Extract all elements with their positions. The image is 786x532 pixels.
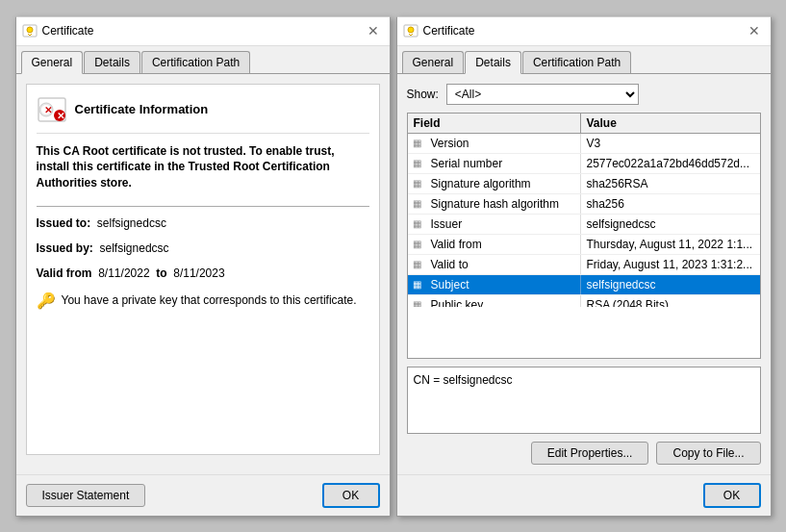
- row-field: Signature hash algorithm: [427, 194, 581, 214]
- row-field: Serial number: [427, 154, 581, 173]
- row-value: Friday, August 11, 2023 1:31:2...: [581, 255, 760, 274]
- valid-label: Valid from: [37, 266, 92, 280]
- value-box-text: CN = selfsignedcsc: [414, 373, 513, 387]
- row-icon: ▦: [408, 174, 427, 193]
- right-title-bar: Certificate ✕: [397, 17, 771, 46]
- table-row[interactable]: ▦ Signature algorithm sha256RSA: [408, 174, 760, 194]
- cert-info-box: ✕ ✕ Certificate Information This CA Root…: [26, 84, 380, 455]
- row-field: Version: [427, 134, 581, 153]
- show-label: Show:: [407, 88, 439, 101]
- left-title-bar-left: Certificate: [22, 23, 94, 38]
- left-tab-certification-path[interactable]: Certification Path: [141, 51, 250, 73]
- cert-header: ✕ ✕ Certificate Information: [37, 94, 369, 134]
- issuer-statement-button[interactable]: Issuer Statement: [26, 484, 146, 507]
- table-row[interactable]: ▦ Issuer selfsignedcsc: [408, 215, 760, 235]
- svg-text:✕: ✕: [44, 105, 52, 115]
- cert-key-text: You have a private key that corresponds …: [62, 293, 357, 307]
- left-tab-details[interactable]: Details: [84, 51, 140, 73]
- right-tab-details[interactable]: Details: [465, 51, 521, 74]
- show-row: Show: <All>: [407, 84, 761, 105]
- row-field: Issuer: [427, 215, 581, 234]
- svg-point-9: [408, 27, 414, 33]
- right-window-content: Show: <All> Field Value ▦ Version V3 ▦ S…: [397, 74, 771, 474]
- table-row[interactable]: ▦ Serial number 2577ec022a1a72bd46dd572d…: [408, 154, 760, 174]
- valid-from-value: 8/11/2022: [98, 266, 149, 280]
- cert-key-info: 🔑 You have a private key that correspond…: [37, 291, 369, 310]
- cert-info-title: Certificate Information: [75, 102, 209, 116]
- row-icon: ▦: [408, 215, 427, 234]
- left-tab-general[interactable]: General: [21, 51, 84, 74]
- key-icon: 🔑: [37, 291, 56, 310]
- cert-warning-text: This CA Root certificate is not trusted.…: [37, 143, 369, 191]
- table-row[interactable]: ▦ Valid to Friday, August 11, 2023 1:31:…: [408, 255, 760, 275]
- row-field: Subject: [427, 275, 581, 294]
- table-row[interactable]: ▦ Version V3: [408, 134, 760, 154]
- row-value: selfsignedcsc: [581, 215, 760, 234]
- row-value: RSA (2048 Bits): [581, 295, 760, 307]
- right-tabs: General Details Certification Path: [397, 46, 771, 74]
- details-rows: ▦ Version V3 ▦ Serial number 2577ec022a1…: [408, 134, 760, 307]
- row-field: Public key: [427, 295, 581, 307]
- svg-point-1: [27, 27, 33, 33]
- row-icon: ▦: [408, 255, 427, 274]
- copy-to-file-button[interactable]: Copy to File...: [656, 442, 760, 465]
- row-value: sha256: [581, 194, 760, 214]
- row-value: sha256RSA: [581, 174, 760, 193]
- row-field: Valid from: [427, 235, 581, 254]
- cert-error-icon: ✕ ✕: [37, 94, 67, 125]
- left-ok-button[interactable]: OK: [322, 483, 380, 508]
- svg-text:✕: ✕: [57, 111, 64, 121]
- row-value: 2577ec022a1a72bd46dd572d...: [581, 154, 760, 173]
- right-title-bar-left: Certificate: [403, 23, 475, 38]
- left-close-button[interactable]: ✕: [363, 20, 384, 41]
- row-icon: ▦: [408, 295, 427, 307]
- details-header: Field Value: [408, 114, 760, 134]
- cert-validity: Valid from 8/11/2022 to 8/11/2023: [37, 266, 369, 280]
- cert-divider: [37, 206, 369, 207]
- details-value-box: CN = selfsignedcsc: [407, 367, 761, 434]
- issued-by-field: Issued by: selfsignedcsc: [37, 241, 369, 255]
- issued-to-label: Issued to:: [37, 216, 91, 230]
- details-table: Field Value ▦ Version V3 ▦ Serial number…: [407, 113, 761, 359]
- issued-by-label: Issued by:: [37, 241, 93, 255]
- row-icon: ▦: [408, 154, 427, 173]
- valid-to-word: to: [156, 266, 166, 280]
- row-icon: ▦: [408, 134, 427, 153]
- table-row[interactable]: ▦ Valid from Thursday, August 11, 2022 1…: [408, 235, 760, 255]
- left-tabs: General Details Certification Path: [16, 46, 390, 74]
- right-cert-window-icon: [403, 23, 418, 38]
- right-ok-button[interactable]: OK: [703, 483, 761, 508]
- right-window-title: Certificate: [423, 24, 475, 38]
- right-tab-general[interactable]: General: [402, 51, 465, 73]
- right-tab-certification-path[interactable]: Certification Path: [522, 51, 631, 73]
- edit-properties-button[interactable]: Edit Properties...: [531, 442, 649, 465]
- valid-to-value: 8/11/2023: [173, 266, 224, 280]
- row-field: Signature algorithm: [427, 174, 581, 193]
- col-field: Field: [408, 114, 581, 133]
- show-select[interactable]: <All>: [446, 84, 639, 105]
- row-icon: ▦: [408, 275, 427, 294]
- table-row[interactable]: ▦ Public key RSA (2048 Bits): [408, 295, 760, 307]
- row-value: selfsignedcsc: [581, 275, 760, 294]
- left-title-bar: Certificate ✕: [16, 17, 390, 46]
- issued-by-value: selfsignedcsc: [100, 241, 169, 255]
- right-certificate-window: Certificate ✕ General Details Certificat…: [396, 16, 772, 517]
- issued-to-value: selfsignedcsc: [97, 216, 166, 230]
- left-window-content: ✕ ✕ Certificate Information This CA Root…: [16, 74, 390, 474]
- row-icon: ▦: [408, 194, 427, 214]
- right-close-button[interactable]: ✕: [744, 20, 765, 41]
- table-row[interactable]: ▦ Signature hash algorithm sha256: [408, 194, 760, 215]
- issued-to-field: Issued to: selfsignedcsc: [37, 216, 369, 230]
- row-field: Valid to: [427, 255, 581, 274]
- row-value: V3: [581, 134, 760, 153]
- table-row[interactable]: ▦ Subject selfsignedcsc: [408, 275, 760, 295]
- left-certificate-window: Certificate ✕ General Details Certificat…: [15, 16, 391, 517]
- row-value: Thursday, August 11, 2022 1:1...: [581, 235, 760, 254]
- cert-window-icon: [22, 23, 38, 38]
- left-window-title: Certificate: [42, 24, 94, 38]
- details-footer: Edit Properties... Copy to File...: [407, 442, 761, 465]
- col-value: Value: [581, 114, 760, 133]
- row-icon: ▦: [408, 235, 427, 254]
